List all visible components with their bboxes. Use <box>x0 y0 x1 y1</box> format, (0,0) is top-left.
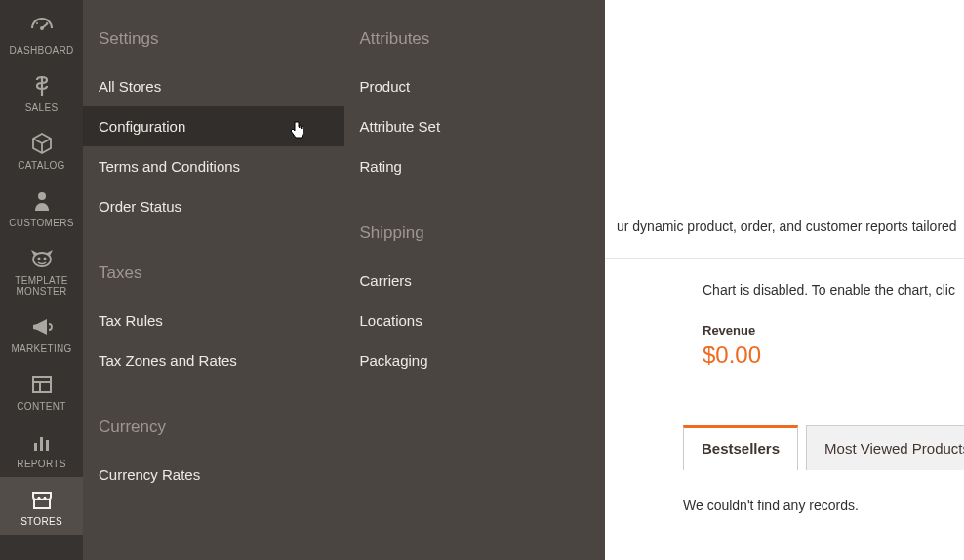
hand-cursor-icon <box>288 120 303 140</box>
flyout-link-attribute-set[interactable]: Attribute Set <box>344 106 606 146</box>
monster-icon <box>29 246 55 271</box>
flyout-link-order-status[interactable]: Order Status <box>83 186 344 226</box>
flyout-link-configuration[interactable]: Configuration <box>83 106 344 146</box>
flyout-group-title: Taxes <box>83 256 344 300</box>
revenue-stat: Revenue $0.00 <box>605 305 964 377</box>
tab-most-viewed-products[interactable]: Most Viewed Products <box>806 425 964 470</box>
no-records-text: We couldn't find any records. <box>683 498 964 513</box>
flyout-link-all-stores[interactable]: All Stores <box>83 66 344 106</box>
sidebar-item-label: MARKETING <box>11 343 71 354</box>
flyout-link-currency-rates[interactable]: Currency Rates <box>83 455 344 495</box>
sidebar-item-dashboard[interactable]: DASHBOARD <box>0 6 83 63</box>
sidebar-item-marketing[interactable]: MARKETING <box>0 304 83 362</box>
bars-icon <box>29 429 55 455</box>
sidebar-item-label: TEMPLATE MONSTER <box>0 275 83 297</box>
sidebar-item-template-monster[interactable]: TEMPLATE MONSTER <box>0 236 83 304</box>
sidebar-item-customers[interactable]: CUSTOMERS <box>0 179 83 236</box>
main-content: ur dynamic product, order, and customer … <box>605 0 964 560</box>
admin-sidebar: DASHBOARDSALESCATALOGCUSTOMERSTEMPLATE M… <box>0 0 83 560</box>
sidebar-item-label: CUSTOMERS <box>9 218 73 228</box>
flyout-spacer <box>83 226 344 256</box>
flyout-link-carriers[interactable]: Carriers <box>344 260 606 300</box>
tab-bestsellers[interactable]: Bestsellers <box>683 425 798 470</box>
flyout-group-title: Currency <box>83 410 344 455</box>
sidebar-item-reports[interactable]: REPORTS <box>0 420 83 477</box>
box-icon <box>29 131 55 156</box>
person-icon <box>29 188 55 214</box>
stores-flyout: SettingsAll StoresConfigurationTerms and… <box>83 0 605 560</box>
storefront-icon <box>29 487 55 512</box>
flyout-link-terms-and-conditions[interactable]: Terms and Conditions <box>83 146 344 186</box>
sidebar-item-content[interactable]: CONTENT <box>0 362 83 420</box>
dollar-icon <box>29 73 55 99</box>
chart-disabled-hint: Chart is disabled. To enable the chart, … <box>605 259 964 305</box>
revenue-label: Revenue <box>703 323 952 338</box>
sidebar-item-label: SALES <box>25 102 59 113</box>
flyout-link-packaging[interactable]: Packaging <box>344 340 606 380</box>
sidebar-item-catalog[interactable]: CATALOG <box>0 121 83 179</box>
gauge-icon <box>29 16 55 41</box>
sidebar-item-stores[interactable]: STORES <box>0 477 83 535</box>
dashboard-tabs: BestsellersMost Viewed Products <box>683 425 964 470</box>
flyout-link-product[interactable]: Product <box>344 66 606 106</box>
sidebar-item-label: CONTENT <box>17 401 65 412</box>
sidebar-item-label: CATALOG <box>18 160 64 171</box>
flyout-link-tax-rules[interactable]: Tax Rules <box>83 300 344 340</box>
flyout-spacer <box>344 186 606 216</box>
flyout-link-locations[interactable]: Locations <box>344 300 606 340</box>
sidebar-item-label: REPORTS <box>17 459 65 469</box>
flyout-link-tax-zones-and-rates[interactable]: Tax Zones and Rates <box>83 340 344 380</box>
flyout-group-title: Settings <box>83 21 344 66</box>
reports-hint-text: ur dynamic product, order, and customer … <box>605 195 964 259</box>
megaphone-icon <box>29 314 55 340</box>
flyout-link-rating[interactable]: Rating <box>344 146 606 186</box>
revenue-value: $0.00 <box>703 341 952 369</box>
sidebar-item-label: DASHBOARD <box>9 45 73 56</box>
flyout-group-title: Shipping <box>344 216 606 260</box>
sidebar-item-sales[interactable]: SALES <box>0 63 83 121</box>
flyout-spacer <box>83 380 344 410</box>
layout-icon <box>29 372 55 397</box>
sidebar-item-label: STORES <box>20 516 62 527</box>
flyout-group-title: Attributes <box>344 21 606 66</box>
